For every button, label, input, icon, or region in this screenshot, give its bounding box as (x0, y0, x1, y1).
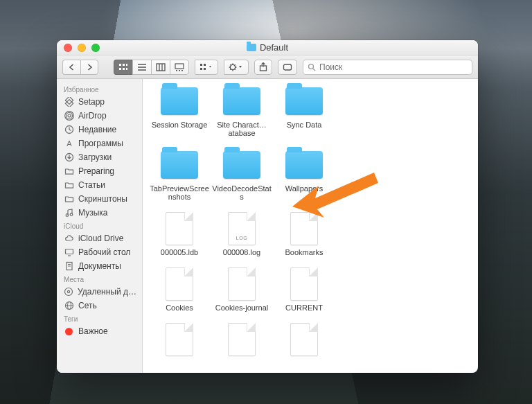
folder-icon (285, 87, 323, 115)
svg-rect-0 (119, 64, 121, 66)
action-button[interactable] (224, 60, 249, 75)
search-input[interactable] (319, 62, 468, 72)
svg-rect-44 (65, 249, 73, 254)
tag-red-icon (64, 326, 74, 337)
folder-item[interactable]: Site Charact…atabase (212, 85, 272, 137)
sidebar-item[interactable]: Рабочий стол (57, 245, 142, 259)
sidebar-item[interactable]: iCloud Drive (57, 231, 142, 245)
file-item[interactable]: CURRENT (274, 267, 334, 312)
network-icon (64, 301, 74, 311)
view-buttons (114, 60, 189, 75)
sidebar-item[interactable]: Setapp (57, 95, 142, 109)
window-title-text: Default (260, 42, 288, 53)
sidebar-header: iCloud (57, 220, 142, 231)
file-item[interactable]: 000005.ldb (150, 212, 209, 256)
svg-point-31 (309, 64, 314, 69)
sidebar-item[interactable]: Загрузки (57, 150, 142, 164)
window-body: ИзбранноеSetappAirDropНедавниеAПрограммы… (57, 79, 478, 373)
sidebar-header: Теги (57, 313, 142, 324)
group-button[interactable] (195, 60, 218, 75)
file-item[interactable]: Cookies (150, 267, 209, 312)
sidebar-item[interactable]: Важное (57, 324, 142, 338)
svg-rect-15 (181, 70, 183, 71)
zoom-button[interactable] (91, 44, 100, 52)
sidebar-item[interactable]: Скринштоны (57, 192, 142, 206)
sidebar-item[interactable]: Музыка (57, 206, 142, 220)
folder-item[interactable]: VideoDecodeStats (212, 148, 272, 201)
toolbar (57, 55, 478, 79)
sidebar-item[interactable]: Статьи (57, 178, 142, 192)
file-icon (228, 323, 256, 356)
sidebar-item[interactable]: AПрограммы (57, 137, 142, 150)
icon-view-button[interactable] (114, 60, 132, 75)
svg-rect-17 (204, 64, 206, 66)
folder-icon (64, 180, 74, 191)
tags-button[interactable] (278, 60, 297, 75)
sidebar-header: Места (57, 273, 142, 285)
svg-rect-12 (175, 64, 184, 69)
sidebar-item[interactable]: AirDrop (57, 109, 142, 123)
sidebar-item[interactable]: Preparing (57, 164, 142, 178)
content-area[interactable]: Session StorageSite Charact…atabaseSync … (143, 79, 478, 373)
item-label: Cookies (166, 304, 193, 312)
item-label: Sync Data (287, 121, 322, 129)
file-item[interactable]: Cookies-journal (212, 267, 272, 312)
column-view-button[interactable] (151, 60, 170, 75)
sidebar-item-label: Setapp (78, 97, 105, 107)
item-label: Site Charact…atabase (212, 121, 272, 137)
folder-icon (64, 194, 74, 204)
folder-item[interactable]: Sync Data (274, 85, 334, 137)
svg-rect-4 (123, 68, 125, 70)
sidebar-item-label: Сеть (78, 301, 97, 310)
item-label: Session Storage (152, 121, 208, 129)
folder-item[interactable]: Wallpapers (274, 148, 334, 201)
folder-item[interactable]: Session Storage (150, 85, 209, 137)
file-icon (166, 323, 193, 356)
svg-point-49 (65, 288, 73, 296)
svg-point-35 (68, 114, 71, 117)
file-icon: LOG (228, 212, 256, 245)
group-button-group (195, 60, 218, 75)
file-item[interactable] (212, 323, 272, 359)
svg-rect-16 (200, 64, 202, 66)
folder-icon (247, 44, 256, 51)
svg-rect-1 (123, 64, 125, 66)
documents-icon (64, 261, 74, 272)
desktop-icon (64, 247, 74, 258)
gallery-view-button[interactable] (170, 60, 189, 75)
file-item[interactable]: LOG000008.log (212, 212, 272, 256)
sidebar-item[interactable]: Недавние (57, 123, 142, 137)
sidebar-item[interactable]: Документы (57, 259, 142, 273)
file-item[interactable] (274, 323, 334, 359)
music-icon (64, 208, 74, 218)
sidebar-item-label: Программы (78, 139, 123, 148)
sidebar-item[interactable]: Сеть (57, 299, 142, 313)
sidebar-item[interactable]: Удаленный д… (57, 285, 142, 299)
back-button[interactable] (62, 60, 80, 75)
svg-point-20 (230, 64, 235, 69)
sidebar-item-label: iCloud Drive (78, 234, 123, 243)
forward-button[interactable] (80, 60, 98, 75)
svg-line-25 (230, 64, 231, 65)
close-button[interactable] (64, 44, 72, 52)
sidebar-item-label: Preparing (78, 166, 114, 176)
file-icon (290, 267, 318, 301)
share-button[interactable] (254, 60, 272, 75)
list-view-button[interactable] (132, 60, 151, 75)
file-icon (166, 267, 193, 301)
search-field[interactable] (303, 60, 472, 75)
icon-grid: Session StorageSite Charact…atabaseSync … (150, 85, 471, 359)
item-label: 000005.ldb (161, 248, 198, 256)
file-item[interactable] (150, 323, 209, 359)
sidebar-header: Избранное (57, 83, 142, 95)
item-label: 000008.log (223, 248, 260, 256)
titlebar[interactable]: Default (57, 40, 478, 55)
downloads-icon (64, 152, 74, 163)
setapp-icon (64, 97, 74, 107)
minimize-button[interactable] (78, 44, 86, 52)
sidebar-item-label: Документы (78, 261, 121, 271)
svg-point-42 (70, 213, 73, 216)
svg-line-28 (235, 64, 236, 65)
file-item[interactable]: Bookmarks (274, 212, 334, 256)
folder-item[interactable]: TabPreviewScreenshots (150, 148, 209, 201)
